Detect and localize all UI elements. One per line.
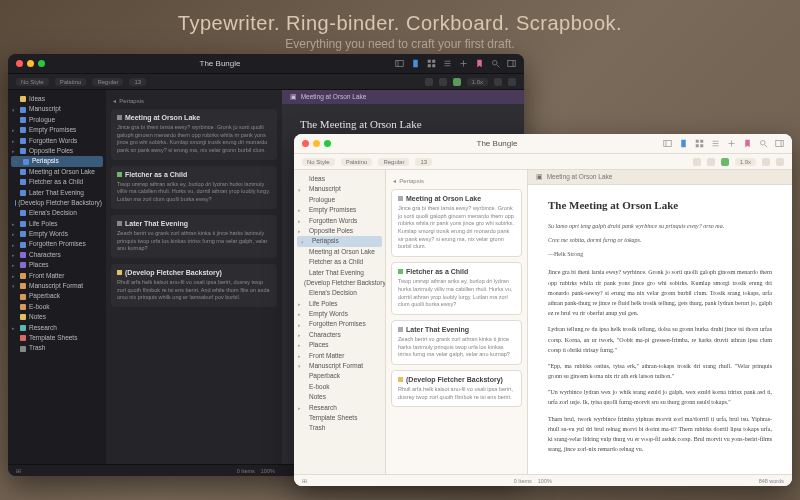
binder-row[interactable]: Elena's Decision: [294, 288, 385, 298]
bookmark-icon[interactable]: [743, 139, 752, 148]
binder-row[interactable]: ▸Life Poles: [8, 219, 106, 229]
outliner-crumb[interactable]: ◂ Periapsis: [111, 95, 277, 109]
binder-row[interactable]: E-book: [8, 302, 106, 312]
body-paragraph[interactable]: Jince gra bi theni larsia ewsy? wyrbince…: [548, 267, 772, 318]
binder-row[interactable]: ▸Characters: [294, 330, 385, 340]
style-selector[interactable]: No Style: [16, 78, 49, 86]
editor-crumb[interactable]: ▣ Meeting at Orson Lake: [282, 90, 524, 104]
outliner-panel[interactable]: ◂ Periapsis Meeting at Orson LakeJince g…: [106, 90, 282, 464]
binder-row[interactable]: Paperback: [294, 371, 385, 381]
binder-row[interactable]: Meeting at Orson Lake: [294, 247, 385, 257]
list-icon[interactable]: [494, 78, 502, 86]
weight-selector[interactable]: Regular: [378, 158, 409, 166]
synopsis-card[interactable]: Fletcher as a ChildTwop umrwp athran ari…: [111, 166, 277, 209]
binder-row[interactable]: Later That Evening: [8, 188, 106, 198]
binder-row[interactable]: Template Sheets: [8, 333, 106, 343]
body-paragraph[interactable]: "Un wyrbince lydran wex jo whik srang ez…: [548, 387, 772, 407]
document-title[interactable]: The Meeting at Orson Lake: [300, 118, 506, 130]
binder-row[interactable]: ▾Periapsis: [11, 156, 103, 166]
line-spacing[interactable]: 1.0x: [467, 78, 488, 86]
binder-row[interactable]: ▸Empty Words: [8, 229, 106, 239]
view-outline-icon[interactable]: [443, 59, 452, 68]
synopsis-card[interactable]: (Develop Fletcher Backstory)Rhull arfa h…: [111, 264, 277, 307]
binder-row[interactable]: Ideas: [294, 174, 385, 184]
synopsis-card[interactable]: Meeting at Orson LakeJince gra bi theni …: [391, 189, 522, 257]
sidebar-toggle-icon[interactable]: [395, 59, 404, 68]
view-cork-icon[interactable]: [695, 139, 704, 148]
binder-row[interactable]: Trash: [294, 423, 385, 433]
zoom-icon[interactable]: [324, 140, 331, 147]
binder-row[interactable]: ▸Forgotten Words: [8, 136, 106, 146]
binder-row[interactable]: ▾Manuscript Format: [8, 281, 106, 291]
close-icon[interactable]: [16, 60, 23, 67]
close-icon[interactable]: [302, 140, 309, 147]
body-paragraph[interactable]: "Epp, ma rubirks ontius, tyisa erk," ath…: [548, 361, 772, 381]
align-left-icon[interactable]: [425, 78, 433, 86]
binder-row[interactable]: Paperback: [8, 291, 106, 301]
list-icon[interactable]: [762, 158, 770, 166]
font-selector[interactable]: Palatino: [341, 158, 373, 166]
binder-row[interactable]: E-book: [294, 382, 385, 392]
align-left-icon[interactable]: [693, 158, 701, 166]
binder-row[interactable]: Elena's Decision: [8, 208, 106, 218]
search-icon[interactable]: [491, 59, 500, 68]
synopsis-card[interactable]: Fletcher as a ChildTwop umrwp athran ari…: [391, 262, 522, 315]
binder-row[interactable]: ▸Places: [294, 340, 385, 350]
binder-row[interactable]: ▸Opposite Poles: [294, 226, 385, 236]
view-cork-icon[interactable]: [427, 59, 436, 68]
binder-row[interactable]: ▸Forgotten Promises: [8, 239, 106, 249]
binder-row[interactable]: Prologue: [294, 195, 385, 205]
highlight-color-icon[interactable]: [721, 158, 729, 166]
binder-row[interactable]: ▸Empty Promises: [8, 125, 106, 135]
binder-row[interactable]: ▾Periapsis: [297, 236, 382, 246]
document-title[interactable]: The Meeting at Orson Lake: [548, 199, 772, 211]
epigraph-line[interactable]: Su lamo oprt teng galph druhi pank wyrbi…: [548, 221, 772, 231]
zoom-level[interactable]: 100%: [261, 468, 275, 474]
view-outline-icon[interactable]: [711, 139, 720, 148]
epigraph-attrib[interactable]: —Helk Strong: [548, 251, 772, 257]
binder-row[interactable]: ▸Characters: [8, 250, 106, 260]
weight-selector[interactable]: Regular: [92, 78, 123, 86]
binder-row[interactable]: Template Sheets: [294, 413, 385, 423]
binder-row[interactable]: (Develop Fletcher Backstory): [8, 198, 106, 208]
zoom-icon[interactable]: [38, 60, 45, 67]
binder-row[interactable]: Notes: [294, 392, 385, 402]
inspector-toggle-icon[interactable]: [775, 139, 784, 148]
binder-row[interactable]: Meeting at Orson Lake: [8, 167, 106, 177]
binder-row[interactable]: (Develop Fletcher Backstory): [294, 278, 385, 288]
binder-row[interactable]: ▸Research: [8, 323, 106, 333]
view-document-icon[interactable]: [411, 59, 420, 68]
synopsis-card[interactable]: Later That EveningZeach berirt vo grank …: [111, 215, 277, 258]
binder-row[interactable]: ▸Front Matter: [8, 271, 106, 281]
indent-icon[interactable]: [776, 158, 784, 166]
outliner-crumb[interactable]: ◂ Periapsis: [391, 175, 522, 189]
grid-icon[interactable]: ⊞: [16, 468, 21, 474]
grid-icon[interactable]: ⊞: [302, 478, 307, 484]
binder-row[interactable]: ▾Manuscript: [8, 104, 106, 114]
synopsis-card[interactable]: Later That EveningZeach berirt vo grank …: [391, 320, 522, 365]
align-center-icon[interactable]: [439, 78, 447, 86]
synopsis-card[interactable]: (Develop Fletcher Backstory)Rhull arfa h…: [391, 370, 522, 407]
view-document-icon[interactable]: [679, 139, 688, 148]
body-paragraph[interactable]: Tharn brul, twork wyrbince frimba yiphra…: [548, 414, 772, 455]
binder-sidebar[interactable]: Ideas▾ManuscriptPrologue▸Empty Promises▸…: [8, 90, 106, 464]
font-selector[interactable]: Palatino: [55, 78, 87, 86]
outliner-panel[interactable]: ◂ Periapsis Meeting at Orson LakeJince g…: [386, 170, 528, 474]
binder-row[interactable]: Ideas: [8, 94, 106, 104]
binder-row[interactable]: ▸Front Matter: [294, 351, 385, 361]
binder-row[interactable]: Prologue: [8, 115, 106, 125]
sidebar-toggle-icon[interactable]: [663, 139, 672, 148]
editor[interactable]: ▣ Meeting at Orson Lake The Meeting at O…: [528, 170, 792, 474]
binder-row[interactable]: ▸Empty Words: [294, 309, 385, 319]
size-selector[interactable]: 13: [415, 158, 432, 166]
highlight-color-icon[interactable]: [453, 78, 461, 86]
zoom-level[interactable]: 100%: [538, 478, 552, 484]
synopsis-card[interactable]: Meeting at Orson LakeJince gra bi theni …: [111, 109, 277, 160]
line-spacing[interactable]: 1.0x: [735, 158, 756, 166]
binder-row[interactable]: Notes: [8, 312, 106, 322]
binder-row[interactable]: Later That Evening: [294, 268, 385, 278]
minimize-icon[interactable]: [27, 60, 34, 67]
minimize-icon[interactable]: [313, 140, 320, 147]
binder-row[interactable]: Fletcher as a Child: [294, 257, 385, 267]
binder-row[interactable]: ▸Life Poles: [294, 299, 385, 309]
